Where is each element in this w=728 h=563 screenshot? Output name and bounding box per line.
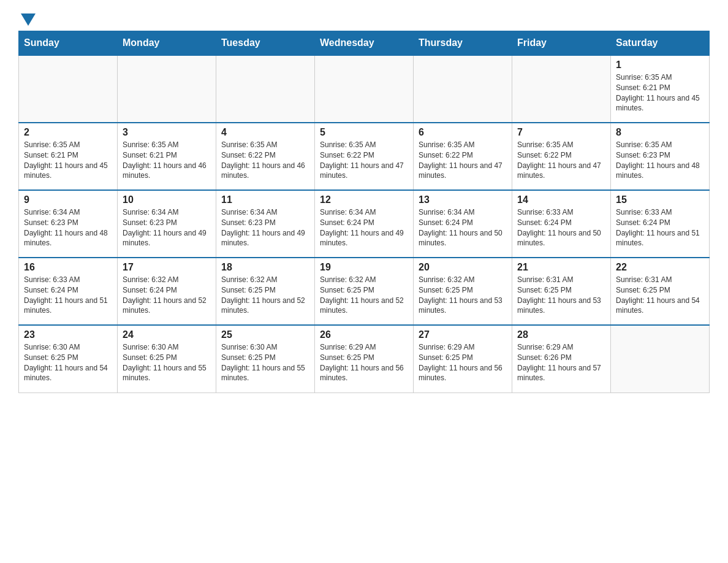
day-of-week-header: Monday [118,31,216,56]
day-number: 22 [616,262,704,273]
logo [18,12,36,25]
calendar-cell [118,55,216,123]
day-info: Sunrise: 6:35 AM Sunset: 6:23 PM Dayligh… [616,140,704,181]
day-number: 8 [616,127,704,138]
day-info: Sunrise: 6:33 AM Sunset: 6:24 PM Dayligh… [24,275,112,316]
calendar-cell: 15Sunrise: 6:33 AM Sunset: 6:24 PM Dayli… [611,190,710,258]
day-of-week-header: Sunday [19,31,118,56]
calendar-cell: 2Sunrise: 6:35 AM Sunset: 6:21 PM Daylig… [19,123,118,190]
calendar-cell: 19Sunrise: 6:32 AM Sunset: 6:25 PM Dayli… [315,258,414,325]
day-number: 14 [517,194,605,205]
calendar-cell: 13Sunrise: 6:34 AM Sunset: 6:24 PM Dayli… [414,190,512,258]
day-number: 2 [24,127,112,138]
day-number: 3 [123,127,211,138]
day-info: Sunrise: 6:34 AM Sunset: 6:23 PM Dayligh… [221,207,309,248]
calendar-cell: 4Sunrise: 6:35 AM Sunset: 6:22 PM Daylig… [216,123,315,190]
day-number: 17 [123,262,211,273]
day-number: 7 [517,127,605,138]
logo-triangle-icon [21,13,36,26]
calendar-week-row: 9Sunrise: 6:34 AM Sunset: 6:23 PM Daylig… [19,190,710,258]
day-info: Sunrise: 6:32 AM Sunset: 6:25 PM Dayligh… [419,275,507,316]
calendar-cell [19,55,118,123]
day-number: 23 [24,329,112,340]
calendar-cell: 22Sunrise: 6:31 AM Sunset: 6:25 PM Dayli… [611,258,710,325]
calendar-cell [512,55,611,123]
calendar-week-row: 1Sunrise: 6:35 AM Sunset: 6:21 PM Daylig… [19,55,710,123]
calendar-cell: 3Sunrise: 6:35 AM Sunset: 6:21 PM Daylig… [118,123,216,190]
calendar-header-row: SundayMondayTuesdayWednesdayThursdayFrid… [19,31,710,56]
day-of-week-header: Saturday [611,31,710,56]
day-number: 21 [517,262,605,273]
day-number: 10 [123,194,211,205]
day-info: Sunrise: 6:35 AM Sunset: 6:22 PM Dayligh… [419,140,507,181]
calendar-cell: 6Sunrise: 6:35 AM Sunset: 6:22 PM Daylig… [414,123,512,190]
calendar-cell: 28Sunrise: 6:29 AM Sunset: 6:26 PM Dayli… [512,325,611,393]
day-info: Sunrise: 6:35 AM Sunset: 6:22 PM Dayligh… [221,140,309,181]
day-number: 12 [320,194,408,205]
day-info: Sunrise: 6:30 AM Sunset: 6:25 PM Dayligh… [24,342,112,383]
day-number: 25 [221,329,309,340]
day-info: Sunrise: 6:35 AM Sunset: 6:21 PM Dayligh… [24,140,112,181]
day-info: Sunrise: 6:32 AM Sunset: 6:24 PM Dayligh… [123,275,211,316]
day-number: 18 [221,262,309,273]
calendar-cell: 16Sunrise: 6:33 AM Sunset: 6:24 PM Dayli… [19,258,118,325]
day-info: Sunrise: 6:31 AM Sunset: 6:25 PM Dayligh… [517,275,605,316]
calendar-week-row: 16Sunrise: 6:33 AM Sunset: 6:24 PM Dayli… [19,258,710,325]
calendar-cell: 1Sunrise: 6:35 AM Sunset: 6:21 PM Daylig… [611,55,710,123]
calendar-cell [216,55,315,123]
day-number: 27 [419,329,507,340]
calendar-cell: 20Sunrise: 6:32 AM Sunset: 6:25 PM Dayli… [414,258,512,325]
calendar-cell: 23Sunrise: 6:30 AM Sunset: 6:25 PM Dayli… [19,325,118,393]
day-info: Sunrise: 6:33 AM Sunset: 6:24 PM Dayligh… [616,207,704,248]
calendar-cell: 25Sunrise: 6:30 AM Sunset: 6:25 PM Dayli… [216,325,315,393]
calendar-cell: 12Sunrise: 6:34 AM Sunset: 6:24 PM Dayli… [315,190,414,258]
day-of-week-header: Tuesday [216,31,315,56]
day-of-week-header: Friday [512,31,611,56]
calendar-cell: 18Sunrise: 6:32 AM Sunset: 6:25 PM Dayli… [216,258,315,325]
day-number: 1 [616,59,704,71]
day-number: 24 [123,329,211,340]
day-info: Sunrise: 6:34 AM Sunset: 6:23 PM Dayligh… [123,207,211,248]
calendar-week-row: 2Sunrise: 6:35 AM Sunset: 6:21 PM Daylig… [19,123,710,190]
day-number: 19 [320,262,408,273]
calendar-cell: 7Sunrise: 6:35 AM Sunset: 6:22 PM Daylig… [512,123,611,190]
day-info: Sunrise: 6:32 AM Sunset: 6:25 PM Dayligh… [221,275,309,316]
day-info: Sunrise: 6:30 AM Sunset: 6:25 PM Dayligh… [123,342,211,383]
day-info: Sunrise: 6:33 AM Sunset: 6:24 PM Dayligh… [517,207,605,248]
day-info: Sunrise: 6:35 AM Sunset: 6:22 PM Dayligh… [517,140,605,181]
day-number: 15 [616,194,704,205]
day-number: 9 [24,194,112,205]
calendar-cell [414,55,512,123]
calendar-cell: 17Sunrise: 6:32 AM Sunset: 6:24 PM Dayli… [118,258,216,325]
calendar-week-row: 23Sunrise: 6:30 AM Sunset: 6:25 PM Dayli… [19,325,710,393]
day-info: Sunrise: 6:35 AM Sunset: 6:21 PM Dayligh… [616,72,704,113]
calendar-cell: 26Sunrise: 6:29 AM Sunset: 6:25 PM Dayli… [315,325,414,393]
page-header [18,12,710,25]
day-number: 4 [221,127,309,138]
day-info: Sunrise: 6:35 AM Sunset: 6:22 PM Dayligh… [320,140,408,181]
calendar-cell [315,55,414,123]
day-info: Sunrise: 6:31 AM Sunset: 6:25 PM Dayligh… [616,275,704,316]
day-info: Sunrise: 6:34 AM Sunset: 6:24 PM Dayligh… [320,207,408,248]
day-info: Sunrise: 6:34 AM Sunset: 6:24 PM Dayligh… [419,207,507,248]
day-info: Sunrise: 6:32 AM Sunset: 6:25 PM Dayligh… [320,275,408,316]
calendar-cell [611,325,710,393]
day-of-week-header: Thursday [414,31,512,56]
day-info: Sunrise: 6:30 AM Sunset: 6:25 PM Dayligh… [221,342,309,383]
day-number: 16 [24,262,112,273]
day-number: 26 [320,329,408,340]
day-info: Sunrise: 6:34 AM Sunset: 6:23 PM Dayligh… [24,207,112,248]
calendar-cell: 10Sunrise: 6:34 AM Sunset: 6:23 PM Dayli… [118,190,216,258]
day-info: Sunrise: 6:35 AM Sunset: 6:21 PM Dayligh… [123,140,211,181]
day-of-week-header: Wednesday [315,31,414,56]
calendar-table: SundayMondayTuesdayWednesdayThursdayFrid… [18,31,710,393]
calendar-cell: 24Sunrise: 6:30 AM Sunset: 6:25 PM Dayli… [118,325,216,393]
calendar-cell: 9Sunrise: 6:34 AM Sunset: 6:23 PM Daylig… [19,190,118,258]
day-info: Sunrise: 6:29 AM Sunset: 6:26 PM Dayligh… [517,342,605,383]
day-number: 5 [320,127,408,138]
day-info: Sunrise: 6:29 AM Sunset: 6:25 PM Dayligh… [419,342,507,383]
day-number: 28 [517,329,605,340]
calendar-cell: 8Sunrise: 6:35 AM Sunset: 6:23 PM Daylig… [611,123,710,190]
day-info: Sunrise: 6:29 AM Sunset: 6:25 PM Dayligh… [320,342,408,383]
calendar-cell: 5Sunrise: 6:35 AM Sunset: 6:22 PM Daylig… [315,123,414,190]
